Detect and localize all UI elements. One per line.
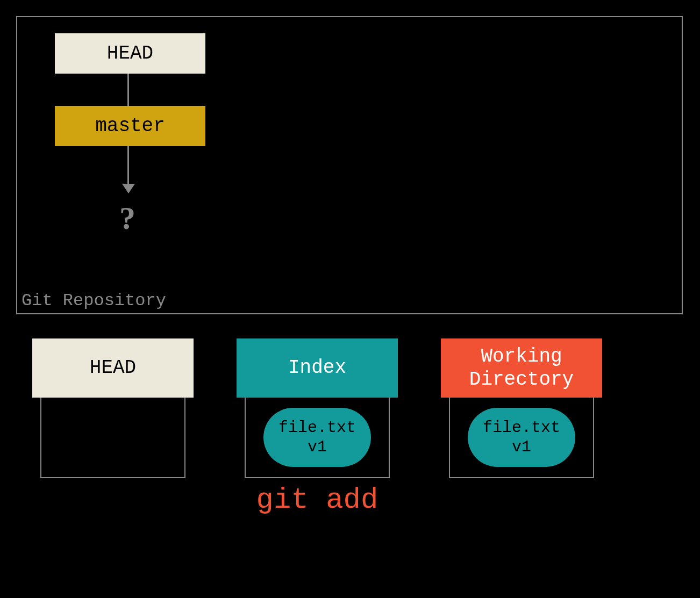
- index-tree-container: Index file.txt v1: [237, 338, 398, 478]
- index-file-blob: file.txt v1: [263, 408, 371, 467]
- index-tree-header: Index: [237, 338, 398, 398]
- arrow-head-icon: [122, 184, 135, 193]
- head-tree-container: HEAD: [32, 338, 194, 478]
- arrow-head-to-master: [127, 74, 129, 106]
- working-directory-tree-body: file.txt v1: [449, 398, 594, 478]
- unknown-commit-marker: ?: [119, 200, 135, 237]
- wd-header-line1: Working: [481, 345, 562, 368]
- wd-file-blob: file.txt v1: [468, 408, 575, 467]
- git-repository-container: HEAD master ? Git Repository: [16, 16, 683, 314]
- head-ref-box: HEAD: [55, 33, 205, 74]
- wd-file-name: file.txt: [483, 418, 560, 437]
- index-file-version: v1: [308, 437, 327, 457]
- arrow-master-to-commit: [127, 146, 129, 189]
- wd-file-version: v1: [512, 437, 531, 457]
- index-file-name: file.txt: [278, 418, 356, 437]
- working-directory-tree-container: Working Directory file.txt v1: [441, 338, 602, 478]
- branch-label: master: [95, 115, 165, 137]
- working-directory-header-text: Working Directory: [469, 345, 574, 391]
- head-tree-body: [40, 398, 185, 478]
- working-directory-tree-header: Working Directory: [441, 338, 602, 398]
- git-repository-label: Git Repository: [22, 291, 166, 311]
- branch-box: master: [55, 106, 205, 146]
- wd-header-line2: Directory: [469, 369, 574, 391]
- head-ref-label: HEAD: [107, 42, 153, 64]
- index-tree-header-label: Index: [288, 356, 346, 379]
- head-tree-header-label: HEAD: [90, 356, 136, 379]
- head-tree-header: HEAD: [32, 338, 194, 398]
- git-command-label: git add: [237, 484, 398, 516]
- index-tree-body: file.txt v1: [245, 398, 390, 478]
